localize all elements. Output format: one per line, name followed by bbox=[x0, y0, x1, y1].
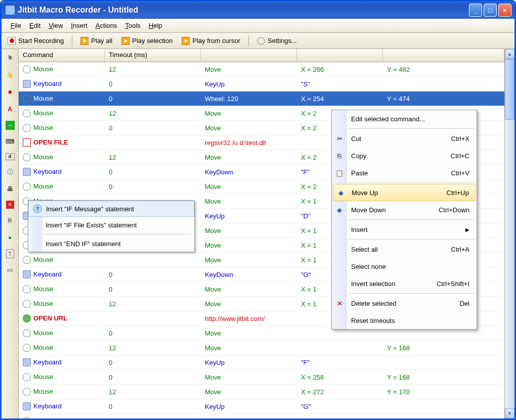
help-icon: ? bbox=[33, 204, 42, 213]
menubar: File Edit View Insert Actions Tools Help bbox=[2, 19, 514, 33]
ctx-move-down[interactable]: ◆Move DownCtrl+Down bbox=[332, 201, 477, 218]
tool-print[interactable]: 🖶 bbox=[5, 183, 16, 195]
menu-tools[interactable]: Tools bbox=[121, 21, 145, 30]
tool-if[interactable]: if bbox=[6, 153, 15, 160]
tool-copy[interactable]: ⎘ bbox=[5, 215, 16, 226]
mouse-icon bbox=[23, 109, 31, 117]
table-row[interactable]: Mouse0Wheel: 120X = 254Y = 474 bbox=[19, 91, 504, 106]
chevron-right-icon: ▶ bbox=[465, 227, 469, 232]
tool-hand[interactable]: 👆 bbox=[5, 69, 16, 80]
divider bbox=[72, 35, 72, 46]
ctx-invert-selection[interactable]: Invert selectionCtrl+Shift+I bbox=[332, 275, 477, 292]
insert-end-if[interactable]: Insert "END IF" statement bbox=[28, 236, 194, 252]
play-all-button[interactable]: Play all bbox=[77, 36, 115, 46]
table-row[interactable]: Keyboard0KeyUp"G" bbox=[19, 399, 504, 414]
ctx-delete-selected[interactable]: ✕Delete selectedDel bbox=[332, 295, 477, 312]
scroll-thumb[interactable] bbox=[505, 59, 514, 120]
mouse-icon bbox=[23, 417, 31, 418]
ctx-insert[interactable]: Insert▶ bbox=[332, 221, 477, 238]
ctx-edit-command[interactable]: Edit selected command... bbox=[332, 110, 477, 127]
maximize-button[interactable]: □ bbox=[484, 4, 497, 17]
mouse-icon bbox=[23, 182, 31, 191]
col-timeout[interactable]: Timeout (ms) bbox=[105, 49, 201, 62]
play-icon bbox=[80, 37, 89, 45]
mouse-icon bbox=[23, 373, 31, 381]
toolbar: Start Recording Play all Play selection … bbox=[2, 33, 514, 49]
menu-actions[interactable]: Actions bbox=[92, 21, 121, 30]
ctx-select-none[interactable]: Select none bbox=[332, 258, 477, 275]
play-icon bbox=[182, 37, 190, 45]
gear-icon bbox=[257, 37, 265, 45]
play-from-cursor-button[interactable]: Play from cursor bbox=[179, 36, 243, 46]
insert-if-file-exists[interactable]: Insert "IF File Exists" statement bbox=[28, 217, 194, 233]
tool-keyboard[interactable]: ⌨ bbox=[5, 136, 16, 147]
url-icon bbox=[23, 314, 31, 322]
divider bbox=[248, 35, 249, 46]
ctx-select-all[interactable]: Select allCtrl+A bbox=[332, 241, 477, 258]
mouse-icon bbox=[23, 300, 31, 308]
ctx-reset-timeouts[interactable]: Reset timeouts bbox=[332, 312, 477, 329]
scroll-down-button[interactable]: ▼ bbox=[505, 408, 514, 418]
table-row[interactable]: Mouse0MoveX = 258Y = 168 bbox=[19, 370, 504, 385]
ctx-paste[interactable]: 📋PasteCtrl+V bbox=[332, 164, 477, 181]
window-title: Jitbit Macro Recorder - Untitled bbox=[18, 6, 469, 15]
table-row[interactable]: Keyboard0KeyUp"F" bbox=[19, 355, 504, 370]
app-icon bbox=[6, 6, 15, 15]
window: Jitbit Macro Recorder - Untitled _ □ × F… bbox=[0, 0, 516, 420]
tool-stop[interactable]: ■ bbox=[5, 86, 16, 98]
up-arrow-icon: ◆ bbox=[336, 188, 346, 197]
tool-text[interactable]: A bbox=[5, 104, 16, 115]
menu-edit[interactable]: Edit bbox=[25, 21, 45, 30]
settings-button[interactable]: Settings... bbox=[254, 36, 300, 46]
table-row[interactable]: Mouse0MoveX = 292Y = 178 bbox=[19, 414, 504, 418]
record-icon bbox=[8, 37, 16, 45]
tool-window[interactable]: ▭ bbox=[5, 264, 16, 275]
if-popup-menu: ?Insert "IF Message" statement Insert "I… bbox=[28, 200, 195, 252]
col-4[interactable] bbox=[297, 49, 383, 62]
menu-file[interactable]: File bbox=[7, 21, 25, 30]
col-command[interactable]: Command bbox=[19, 49, 105, 62]
kbd-icon bbox=[23, 402, 31, 410]
menu-insert[interactable]: Insert bbox=[67, 21, 92, 30]
tool-info[interactable]: ⓘ bbox=[5, 166, 16, 177]
col-3[interactable] bbox=[201, 49, 297, 62]
insert-if-message[interactable]: ?Insert "IF Message" statement bbox=[28, 201, 194, 217]
kbd-icon bbox=[23, 270, 31, 278]
ctx-copy[interactable]: ⎘CopyCtrl+C bbox=[332, 147, 477, 164]
copy-icon: ⎘ bbox=[335, 151, 344, 160]
minimize-button[interactable]: _ bbox=[469, 4, 482, 17]
tool-web[interactable]: ● bbox=[5, 232, 16, 243]
close-button[interactable]: × bbox=[498, 4, 511, 17]
scroll-track[interactable] bbox=[505, 120, 514, 408]
mouse-icon bbox=[23, 256, 31, 264]
col-5[interactable] bbox=[383, 49, 504, 62]
mouse-icon bbox=[23, 344, 31, 352]
titlebar[interactable]: Jitbit Macro Recorder - Untitled _ □ × bbox=[2, 2, 514, 19]
kbd-icon bbox=[23, 168, 31, 176]
mouse-icon bbox=[23, 388, 31, 396]
tool-text2[interactable]: T bbox=[6, 249, 14, 258]
tool-goto[interactable]: → bbox=[6, 121, 15, 130]
paste-icon: 📋 bbox=[335, 168, 344, 177]
kbd-icon bbox=[23, 80, 31, 88]
delete-icon: ✕ bbox=[335, 299, 344, 308]
play-selection-button[interactable]: Play selection bbox=[118, 36, 176, 46]
table-row[interactable]: Mouse12MoveX = 266Y = 482 bbox=[19, 62, 504, 77]
ctx-move-up[interactable]: ◆Move UpCtrl+Up bbox=[333, 184, 476, 201]
table-row[interactable]: Mouse12MoveY = 168 bbox=[19, 341, 504, 355]
start-recording-button[interactable]: Start Recording bbox=[5, 36, 67, 46]
menu-view[interactable]: View bbox=[45, 21, 67, 30]
table-row[interactable]: Keyboard0KeyUp"S" bbox=[19, 77, 504, 91]
ctx-cut[interactable]: ✂CutCtrl+X bbox=[332, 130, 477, 147]
table-row[interactable]: Mouse12MoveX = 272Y = 170 bbox=[19, 385, 504, 399]
tool-mouse[interactable]: 🖱 bbox=[5, 52, 16, 63]
tool-delete[interactable]: × bbox=[6, 201, 14, 209]
mouse-icon bbox=[23, 65, 31, 73]
menu-help[interactable]: Help bbox=[145, 21, 166, 30]
scissors-icon: ✂ bbox=[335, 134, 344, 143]
kbd-icon bbox=[23, 358, 31, 366]
scroll-up-button[interactable]: ▲ bbox=[505, 49, 514, 59]
down-arrow-icon: ◆ bbox=[335, 205, 344, 214]
vertical-scrollbar[interactable]: ▲ ▼ bbox=[504, 49, 514, 418]
context-menu: Edit selected command... ✂CutCtrl+X ⎘Cop… bbox=[331, 110, 477, 330]
